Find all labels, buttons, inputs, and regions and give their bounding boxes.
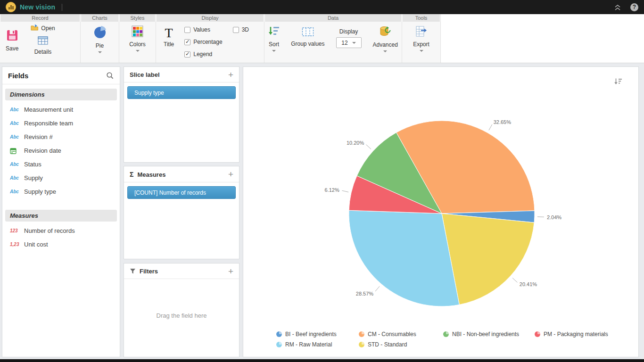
legend-marker-pm (535, 331, 540, 337)
advanced-button[interactable]: Advanced (373, 25, 398, 52)
search-icon[interactable] (106, 72, 114, 80)
fields-panel-header: Fields (2, 67, 120, 84)
legend-item-rm[interactable]: RM - Raw Material (276, 341, 359, 348)
threed-checkbox[interactable]: 3D (233, 26, 249, 33)
pie-percentage-label: 10.20% (347, 140, 364, 146)
colors-button[interactable]: Colors (129, 25, 146, 52)
details-icon (38, 36, 48, 47)
field-label: Unit cost (24, 241, 48, 248)
ribbon-empty-area (441, 14, 644, 63)
field-type-abc: Abc (10, 175, 21, 181)
open-icon (31, 24, 39, 33)
ribbon-group-display: Display T Title Values Percentage (156, 14, 264, 63)
app-window: New vision ? Record (0, 0, 644, 362)
legend-item-pm[interactable]: PM - Packaging materials (535, 331, 608, 337)
legend-marker-cm (359, 331, 364, 337)
field-item-measurement-unit[interactable]: Abc Measurement unit (2, 103, 120, 116)
pie-chart-button-label: Pie (96, 42, 104, 49)
percentage-checkbox[interactable]: Percentage (184, 39, 222, 45)
legend-checkbox[interactable]: Legend (184, 51, 222, 58)
colors-dropdown-caret-icon (136, 50, 140, 52)
pie-leader-line (489, 124, 492, 130)
field-item-supply[interactable]: Abc Supply (2, 171, 120, 185)
values-checkbox[interactable]: Values (184, 26, 222, 33)
measure-chip-count-number-of-records[interactable]: [COUNT] Number of records (127, 186, 236, 199)
ribbon-toolbar: Record Save (0, 14, 644, 63)
pie-leader-line (537, 217, 544, 217)
field-item-number-of-records[interactable]: 123 Number of records (2, 224, 120, 238)
display-count-select[interactable]: 12 (336, 37, 362, 48)
legend-label: BI - Beef ingredients (285, 331, 337, 337)
field-type-numeric: 123 (10, 228, 21, 233)
fields-panel: Fields Dimensions Abc Measurement unit A… (2, 66, 120, 357)
save-button[interactable]: Save (6, 29, 18, 52)
sort-button-label: Sort (269, 41, 279, 48)
legend-item-std[interactable]: STD - Standard (359, 341, 443, 348)
legend-label: PM - Packaging materials (544, 331, 608, 337)
colors-icon (132, 25, 143, 39)
export-button-label: Export (413, 41, 429, 48)
funnel-icon (130, 268, 136, 274)
field-type-abc: Abc (10, 134, 21, 140)
measures-section-header: Measures (5, 210, 117, 222)
field-type-decimal: 1,23 (10, 242, 21, 247)
add-measure-button[interactable]: + (228, 171, 233, 178)
field-item-revision-date[interactable]: Revision date (2, 144, 120, 157)
pie-chart: 32.65%2.04%20.41%28.57%6.12%10.20% (243, 67, 638, 325)
pie-percentage-label: 32.65% (494, 119, 512, 125)
field-label: Number of records (24, 227, 75, 234)
field-item-supply-type[interactable]: Abc Supply type (2, 185, 120, 198)
legend-item-bi[interactable]: BI - Beef ingredients (276, 331, 359, 337)
legend-marker-std (359, 342, 364, 347)
display-count-control: Display 12 (336, 28, 362, 48)
collapse-ribbon-icon[interactable] (614, 4, 621, 10)
ribbon-group-data: Data Sort (264, 14, 402, 63)
details-button-label: Details (34, 49, 52, 55)
field-item-unit-cost[interactable]: 1,23 Unit cost (2, 238, 120, 251)
ribbon-group-charts-label: Charts (81, 14, 119, 22)
field-type-abc: Abc (10, 189, 21, 194)
pie-chart-button[interactable]: Pie (93, 25, 107, 53)
legend-label: NBI - Non-beef ingredients (452, 331, 519, 337)
colors-button-label: Colors (129, 41, 146, 48)
pie-percentage-label: 2.04% (547, 214, 561, 220)
threed-checkbox-label: 3D (242, 26, 249, 33)
sort-dropdown-caret-icon (272, 50, 276, 52)
field-item-responsible-team[interactable]: Abc Responsible team (2, 116, 120, 130)
pie-leader-line (512, 278, 517, 283)
title-button[interactable]: T Title (164, 27, 174, 48)
ribbon-group-record-label: Record (0, 14, 80, 22)
chart-panel: 32.65%2.04%20.41%28.57%6.12%10.20% BI - … (243, 66, 639, 357)
group-values-button-label: Group values (291, 41, 324, 47)
details-button[interactable]: Details (34, 36, 52, 55)
open-button[interactable]: Open (31, 24, 55, 33)
group-values-icon (302, 27, 314, 39)
legend-label: CM - Consumables (368, 331, 416, 337)
sort-button[interactable]: Sort (268, 25, 280, 52)
open-button-label: Open (41, 25, 55, 32)
field-item-revision-number[interactable]: Abc Revision # (2, 130, 120, 144)
percentage-checkbox-label: Percentage (193, 39, 222, 45)
add-filter-button[interactable]: + (228, 268, 233, 275)
add-slice-label-button[interactable]: + (228, 72, 233, 78)
sort-icon (268, 25, 280, 39)
slice-label-chip-supply-type[interactable]: Supply type (127, 86, 236, 99)
field-label: Status (24, 161, 41, 168)
filters-card: Filters + Drag the field here (124, 263, 239, 357)
slice-label-card-title: Slice label (130, 71, 160, 78)
topbar: New vision ? (0, 0, 644, 14)
ribbon-group-data-label: Data (264, 14, 402, 22)
export-button[interactable]: Export (413, 25, 429, 52)
legend-checkbox-box (184, 51, 190, 58)
legend-item-nbi[interactable]: NBI - Non-beef ingredients (443, 331, 535, 337)
filters-drop-zone[interactable]: Drag the field here (124, 279, 239, 352)
advanced-icon (379, 25, 391, 40)
display-count-value: 12 (341, 40, 347, 46)
legend-item-cm[interactable]: CM - Consumables (359, 331, 443, 337)
group-values-button[interactable]: Group values (291, 27, 324, 47)
field-item-status[interactable]: Abc Status (2, 157, 120, 171)
help-icon[interactable]: ? (630, 3, 638, 11)
app-title: New vision (20, 3, 55, 11)
bottom-bar (0, 359, 644, 362)
field-label: Responsible team (24, 120, 73, 127)
